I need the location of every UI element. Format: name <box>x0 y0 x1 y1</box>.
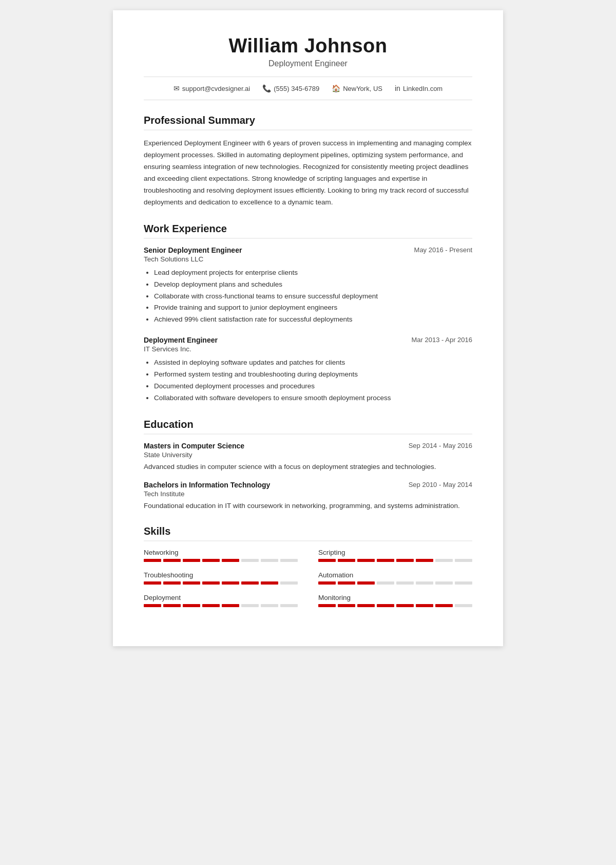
skill-segment-2-1 <box>163 581 181 585</box>
skill-bar-0 <box>144 559 298 562</box>
bullet-2-1: Assisted in deploying software updates a… <box>154 357 472 369</box>
skill-name-4: Deployment <box>144 594 298 601</box>
skill-bar-5 <box>318 604 472 607</box>
skill-segment-2-7 <box>280 581 298 585</box>
skill-segment-0-7 <box>280 559 298 562</box>
job-header-1: Senior Deployment Engineer May 2016 - Pr… <box>144 246 472 254</box>
contact-row: ✉ support@cvdesigner.ai 📞 (555) 345-6789… <box>144 77 472 100</box>
skill-segment-1-4 <box>396 559 414 562</box>
skill-segment-0-3 <box>202 559 220 562</box>
skill-name-3: Automation <box>318 571 472 579</box>
skill-segment-1-5 <box>416 559 433 562</box>
skill-segment-4-6 <box>261 604 278 607</box>
edu-date-1: Sep 2014 - May 2016 <box>409 442 472 449</box>
summary-title: Professional Summary <box>144 115 472 130</box>
skill-segment-2-6 <box>261 581 278 585</box>
job-bullets-1: Lead deployment projects for enterprise … <box>144 267 472 326</box>
edu-degree-2: Bachelors in Information Technology <box>144 481 270 489</box>
skill-segment-0-5 <box>241 559 259 562</box>
skill-segment-1-1 <box>338 559 355 562</box>
experience-title: Work Experience <box>144 223 472 239</box>
job-title-1: Senior Deployment Engineer <box>144 246 242 254</box>
contact-phone: 📞 (555) 345-6789 <box>262 84 319 92</box>
skill-segment-0-1 <box>163 559 181 562</box>
skill-bar-4 <box>144 604 298 607</box>
skill-name-5: Monitoring <box>318 594 472 601</box>
skill-segment-2-0 <box>144 581 161 585</box>
skills-section: Skills NetworkingScriptingTroubleshootin… <box>144 525 472 607</box>
skill-segment-4-2 <box>183 604 200 607</box>
skill-bar-3 <box>318 581 472 585</box>
skills-grid: NetworkingScriptingTroubleshootingAutoma… <box>144 549 472 607</box>
job-company-2: IT Services Inc. <box>144 345 472 353</box>
edu-school-1: State University <box>144 451 472 459</box>
skill-segment-3-2 <box>357 581 375 585</box>
bullet-1-4: Provide training and support to junior d… <box>154 302 472 314</box>
skill-segment-2-4 <box>222 581 239 585</box>
resume-container: William Johnson Deployment Engineer ✉ su… <box>113 10 503 646</box>
job-block-2: Deployment Engineer Mar 2013 - Apr 2016 … <box>144 336 472 404</box>
contact-linkedin: in LinkedIn.com <box>395 84 442 92</box>
edu-desc-2: Foundational education in IT with course… <box>144 500 472 512</box>
skill-segment-4-1 <box>163 604 181 607</box>
skill-segment-0-4 <box>222 559 239 562</box>
skill-segment-0-0 <box>144 559 161 562</box>
skill-name-2: Troubleshooting <box>144 571 298 579</box>
skill-item-0: Networking <box>144 549 298 562</box>
edu-block-1: Masters in Computer Science Sep 2014 - M… <box>144 442 472 473</box>
skill-bar-1 <box>318 559 472 562</box>
bullet-1-1: Lead deployment projects for enterprise … <box>154 267 472 279</box>
skill-name-0: Networking <box>144 549 298 556</box>
skills-title: Skills <box>144 525 472 541</box>
skill-segment-4-4 <box>222 604 239 607</box>
skill-segment-5-5 <box>416 604 433 607</box>
skill-segment-1-2 <box>357 559 375 562</box>
edu-header-2: Bachelors in Information Technology Sep … <box>144 481 472 489</box>
bullet-1-3: Collaborate with cross-functional teams … <box>154 291 472 303</box>
skill-segment-5-2 <box>357 604 375 607</box>
email-icon: ✉ <box>174 84 180 92</box>
candidate-title: Deployment Engineer <box>144 59 472 68</box>
skill-segment-4-5 <box>241 604 259 607</box>
bullet-2-2: Performed system testing and troubleshoo… <box>154 369 472 381</box>
skill-segment-5-4 <box>396 604 414 607</box>
skill-segment-4-3 <box>202 604 220 607</box>
skill-segment-5-3 <box>377 604 394 607</box>
candidate-name: William Johnson <box>144 35 472 57</box>
skill-segment-5-0 <box>318 604 336 607</box>
contact-email: ✉ support@cvdesigner.ai <box>174 84 250 92</box>
skill-segment-3-6 <box>435 581 453 585</box>
skill-item-3: Automation <box>318 571 472 585</box>
skill-segment-2-5 <box>241 581 259 585</box>
bullet-2-4: Collaborated with software developers to… <box>154 392 472 404</box>
skill-segment-3-1 <box>338 581 355 585</box>
job-bullets-2: Assisted in deploying software updates a… <box>144 357 472 404</box>
skill-item-5: Monitoring <box>318 594 472 607</box>
skill-segment-4-0 <box>144 604 161 607</box>
skill-segment-3-5 <box>416 581 433 585</box>
job-date-2: Mar 2013 - Apr 2016 <box>411 336 472 344</box>
skill-segment-1-3 <box>377 559 394 562</box>
skill-segment-3-4 <box>396 581 414 585</box>
edu-desc-1: Advanced studies in computer science wit… <box>144 461 472 473</box>
skill-segment-0-6 <box>261 559 278 562</box>
job-title-2: Deployment Engineer <box>144 336 218 344</box>
skill-segment-4-7 <box>280 604 298 607</box>
skill-segment-2-3 <box>202 581 220 585</box>
contact-location: 🏠 NewYork, US <box>332 84 382 92</box>
edu-block-2: Bachelors in Information Technology Sep … <box>144 481 472 512</box>
skill-segment-5-6 <box>435 604 453 607</box>
edu-date-2: Sep 2010 - May 2014 <box>409 481 472 488</box>
skill-segment-0-2 <box>183 559 200 562</box>
header-section: William Johnson Deployment Engineer <box>144 35 472 68</box>
job-header-2: Deployment Engineer Mar 2013 - Apr 2016 <box>144 336 472 344</box>
bullet-2-3: Documented deployment processes and proc… <box>154 381 472 392</box>
skill-bar-2 <box>144 581 298 585</box>
skill-segment-1-7 <box>455 559 472 562</box>
education-title: Education <box>144 419 472 435</box>
edu-header-1: Masters in Computer Science Sep 2014 - M… <box>144 442 472 450</box>
skill-segment-3-7 <box>455 581 472 585</box>
job-block-1: Senior Deployment Engineer May 2016 - Pr… <box>144 246 472 326</box>
job-company-1: Tech Solutions LLC <box>144 255 472 263</box>
phone-icon: 📞 <box>262 84 271 92</box>
